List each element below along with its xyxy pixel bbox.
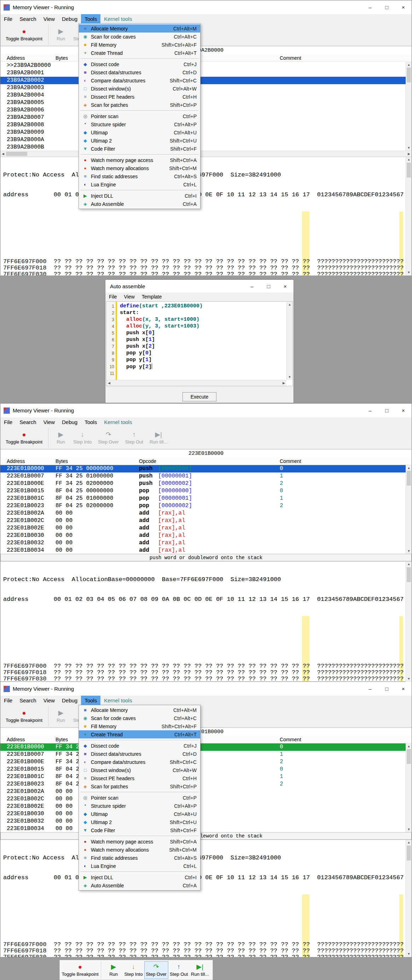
- titlebar[interactable]: Memory Viewer - Running – □ ×: [0, 404, 412, 417]
- scroll-up-icon[interactable]: ▲: [406, 841, 412, 845]
- hex-row[interactable]: 7FF6E697F030?? ?? ?? ?? ?? ?? ?? ?? ?? ?…: [0, 954, 412, 957]
- tools-menu-item[interactable]: ▼ Code Filter Shift+Ctrl+F: [79, 145, 200, 153]
- scroll-down-icon[interactable]: ▼: [406, 271, 412, 274]
- tools-menu-item[interactable]: ■ Fill Memory Shift+Ctrl+Alt+F: [79, 722, 200, 730]
- disasm-row[interactable]: 23B9A2B0003: [0, 84, 412, 92]
- tools-menu-item[interactable]: ◈ Auto Assemble Ctrl+A: [79, 881, 200, 889]
- menubar-item[interactable]: File: [105, 293, 121, 301]
- disasm-row[interactable]: 23B9A2B0001: [0, 69, 412, 77]
- menubar-item[interactable]: Debug: [58, 696, 81, 705]
- scroll-up-icon[interactable]: ▲: [287, 303, 293, 306]
- tools-menu-item[interactable]: [79, 738, 200, 741]
- minimize-button[interactable]: –: [362, 404, 379, 417]
- tools-menu-item[interactable]: ■ Fill Memory Shift+Ctrl+Alt+F: [79, 41, 200, 49]
- disasm-row[interactable]: 23B9A2B0004: [0, 92, 412, 99]
- menubar-item[interactable]: View: [40, 417, 58, 426]
- disasm-row[interactable]: 223E01B0023 8F 04 25 02000000 pop [00000…: [0, 781, 412, 788]
- menubar-item[interactable]: Kernel tools: [100, 696, 135, 705]
- code-line[interactable]: 11: [107, 370, 293, 377]
- code-line[interactable]: 1define(start ,223E01B0000): [107, 303, 293, 310]
- disasm-row[interactable]: 23B9A2B0006: [0, 107, 412, 114]
- menubar-item[interactable]: Tools: [81, 417, 100, 426]
- toolbar-button[interactable]: ● Toggle Breakpoint: [3, 25, 48, 45]
- scroll-thumb[interactable]: [407, 567, 411, 582]
- code-line[interactable]: 6 push x[1]: [107, 337, 293, 344]
- code-line[interactable]: 9 pop y[1]: [107, 357, 293, 364]
- tools-menu-item[interactable]: ■ Dissect data/structures Ctrl+D: [79, 750, 200, 758]
- disasm-row[interactable]: 223E01B0007 FF 34 25 01000000 push [0000…: [0, 751, 412, 758]
- disasm-row[interactable]: 223E01B0023 8F 04 25 02000000 pop [00000…: [0, 502, 412, 510]
- disasm-row[interactable]: >>23B9A2B0000: [0, 62, 412, 69]
- execute-button[interactable]: Execute: [183, 392, 216, 401]
- tools-menu-item[interactable]: ≡ Find static addresses Ctrl+Alt+S: [79, 854, 200, 862]
- tools-menu-item[interactable]: ■ Dissect data/structures Ctrl+D: [79, 68, 200, 76]
- tools-menu-item[interactable]: [79, 188, 200, 192]
- tools-menu-item[interactable]: ≡ Dissect PE headers Ctrl+H: [79, 93, 200, 101]
- scroll-up-icon[interactable]: ▲: [406, 563, 412, 566]
- tools-menu-item[interactable]: [79, 153, 200, 156]
- close-button[interactable]: ×: [395, 404, 412, 417]
- menubar-item[interactable]: View: [40, 14, 58, 23]
- tools-menu-item[interactable]: * Structure spider Ctrl+Alt+P: [79, 802, 200, 810]
- scroll-thumb[interactable]: [407, 749, 411, 764]
- titlebar[interactable]: Auto assemble – □ ×: [105, 280, 294, 293]
- code-line[interactable]: 5 push x[0]: [107, 330, 293, 337]
- menubar-item[interactable]: Search: [16, 696, 40, 705]
- menubar-item[interactable]: Kernel tools: [100, 417, 135, 426]
- menubar-item[interactable]: Kernel tools: [100, 14, 135, 23]
- tools-menu-item[interactable]: ◆ Dissect code Ctrl+J: [79, 60, 200, 68]
- tools-menu-item[interactable]: ◆ Dissect code Ctrl+J: [79, 741, 200, 750]
- scroll-thumb[interactable]: [407, 471, 411, 485]
- tools-menu-item[interactable]: ● Watch memory allocations Shift+Ctrl+M: [79, 846, 200, 854]
- scrollbar-vertical[interactable]: ▲ ▼: [406, 562, 412, 682]
- toolbar-button[interactable]: ↷ Step Over: [95, 428, 122, 448]
- disasm-row[interactable]: 223E01B002E 00 00 add [rax],al: [0, 803, 412, 810]
- scrollbar-vertical[interactable]: ▲ ▼: [406, 743, 412, 832]
- tools-menu-item[interactable]: [79, 791, 200, 794]
- disasm-row[interactable]: 223E01B0007 FF 34 25 01000000 push [0000…: [0, 473, 412, 480]
- code-line[interactable]: 10 pop y[2]: [107, 364, 293, 370]
- hex-row[interactable]: 7FF6E697F030?? ?? ?? ?? ?? ?? ?? ?? ?? ?…: [0, 271, 412, 275]
- tools-menu-item[interactable]: ◉ Scan for code caves Ctrl+Alt+C: [79, 33, 200, 41]
- tools-menu-item[interactable]: ● Watch memory page access Shift+Ctrl+A: [79, 837, 200, 846]
- disasm-row[interactable]: 223E01B000E FF 34 25 02000000 push [0000…: [0, 758, 412, 766]
- scroll-right-icon[interactable]: ▶: [408, 152, 410, 156]
- disasm-row[interactable]: 23B9A2B0008: [0, 121, 412, 129]
- scroll-up-icon[interactable]: ▲: [406, 63, 412, 67]
- menubar-item[interactable]: Search: [16, 14, 40, 23]
- toolbar-button[interactable]: ▶| Run till...: [146, 428, 171, 448]
- tools-menu-item[interactable]: [79, 870, 200, 873]
- tools-menu-item[interactable]: ▼ Code Filter Shift+Ctrl+F: [79, 826, 200, 834]
- tools-menu-item[interactable]: ● Watch memory page access Shift+Ctrl+A: [79, 156, 200, 164]
- scrollbar-vertical[interactable]: ▲ ▼: [406, 840, 412, 957]
- tools-menu-item[interactable]: ◎ Pointer scan Ctrl+P: [79, 794, 200, 802]
- menubar-item[interactable]: Debug: [58, 417, 81, 426]
- code-line[interactable]: 3 alloc(x, 3, start+1000): [107, 317, 293, 323]
- scrollbar-vertical[interactable]: ▲ ▼: [286, 302, 293, 380]
- toolbar-button[interactable]: ▶| Run till...: [189, 961, 210, 979]
- tools-menu-item[interactable]: [79, 57, 200, 60]
- hex-row[interactable]: 7FF6E697F018?? ?? ?? ?? ?? ?? ?? ?? ?? ?…: [0, 265, 412, 271]
- disasm-row[interactable]: 223E01B0015 8F 04 25 00000000 pop [00000…: [0, 766, 412, 773]
- tools-menu-item[interactable]: [79, 109, 200, 112]
- hex-row[interactable]: 7FF6E697F018?? ?? ?? ?? ?? ?? ?? ?? ?? ?…: [0, 670, 412, 676]
- close-button[interactable]: ×: [277, 280, 294, 293]
- menubar-item[interactable]: File: [0, 696, 16, 705]
- scrollbar-horizontal[interactable]: ◀ ▶: [107, 380, 286, 386]
- tools-menu-item[interactable]: □ Dissect window(s) Ctrl+Alt+W: [79, 84, 200, 93]
- disasm-row[interactable]: 223E01B0000 FF 34 25 00000000 push [0000…: [0, 465, 412, 473]
- disasm-row[interactable]: 223E01B0034 00 00 add [rax],al: [0, 547, 412, 554]
- hex-row[interactable]: 7FF6E697F030?? ?? ?? ?? ?? ?? ?? ?? ?? ?…: [0, 676, 412, 682]
- tools-menu-item[interactable]: ◈ Scan for patches Shift+Ctrl+P: [79, 101, 200, 109]
- disasm-row[interactable]: 223E01B002C 00 00 add [rax],al: [0, 517, 412, 525]
- maximize-button[interactable]: □: [379, 682, 395, 696]
- toolbar-button[interactable]: ▶ Run: [52, 25, 70, 45]
- disasm-row[interactable]: 223E01B0030 00 00 add [rax],al: [0, 532, 412, 539]
- tools-menu-item[interactable]: + Create Thread Ctrl+Alt+T: [79, 49, 200, 57]
- minimize-button[interactable]: –: [244, 280, 260, 293]
- menubar-item[interactable]: File: [0, 14, 16, 23]
- tools-menu-item[interactable]: ◈ Scan for patches Shift+Ctrl+P: [79, 782, 200, 791]
- tools-menu-item[interactable]: ◐ Lua Engine Ctrl+L: [79, 180, 200, 188]
- disasm-row[interactable]: 223E01B002E 00 00 add [rax],al: [0, 525, 412, 532]
- tools-menu-item[interactable]: ◆ Ultimap Ctrl+Alt+U: [79, 810, 200, 818]
